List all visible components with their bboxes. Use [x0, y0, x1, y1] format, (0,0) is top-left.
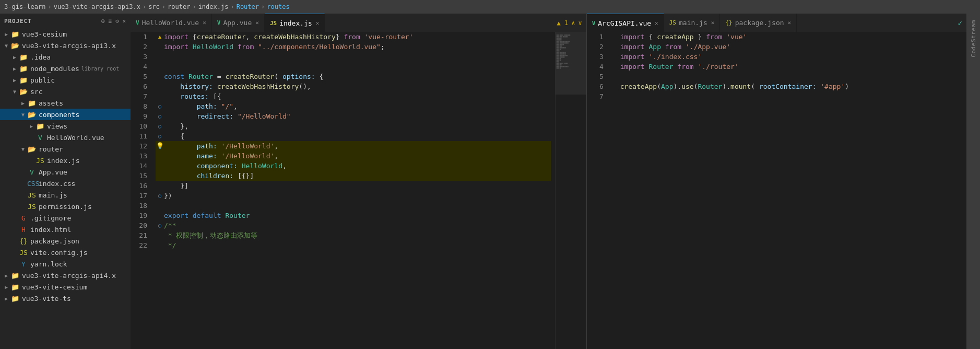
tree-item-label: App.vue: [39, 168, 67, 176]
minimap-content: ████ ██████ ██████████ ████ ████ ███████…: [556, 32, 586, 72]
collapse-icon[interactable]: ⚙: [115, 18, 120, 25]
tab-app-vue[interactable]: V App.vue ✕: [212, 14, 265, 32]
html-file-icon: H: [19, 226, 28, 234]
circle-gutter: ○: [156, 220, 164, 230]
code-line: ▲ import {createRouter, createWebHashHis…: [156, 32, 551, 42]
tab-close-button[interactable]: ✕: [316, 20, 320, 27]
sidebar-item-idea[interactable]: ▶ 📁 .idea: [0, 51, 131, 63]
sidebar-item-main-js[interactable]: ▶ JS main.js: [0, 189, 131, 201]
tab-label: index.js: [279, 19, 312, 27]
code-line: * 权限控制，动态路由添加等: [156, 230, 551, 240]
breadcrumb-item[interactable]: vue3-vite-arcgis-api3.x: [54, 3, 140, 10]
sidebar-item-assets[interactable]: ▶ 📁 assets: [0, 97, 131, 109]
sidebar-item-vue3-vite-arcgis-api3[interactable]: ▼ 📂 vue3-vite-arcgis-api3.x: [0, 40, 131, 51]
folder-icon: 📁: [10, 30, 20, 38]
tab-close-button[interactable]: ✕: [255, 19, 259, 26]
warning-count: ▲ 1: [557, 19, 569, 27]
tree-item-label: vue3-vite-arcgis-api4.x: [22, 272, 116, 280]
arrow-icon: ▶: [2, 273, 10, 278]
folder-icon: 📁: [19, 53, 28, 61]
close-icon[interactable]: ✕: [122, 18, 126, 25]
breadcrumb-sep: ›: [230, 3, 234, 10]
code-line: [612, 72, 962, 82]
sidebar-item-views[interactable]: ▶ 📁 views: [0, 120, 131, 132]
js-tab-icon: JS: [669, 19, 676, 26]
code-line: import HelloWorld from "../components/He…: [156, 42, 551, 52]
vue-tab-icon: V: [217, 19, 221, 26]
sidebar-item-vite-config[interactable]: ▶ JS vite.config.js: [0, 247, 131, 258]
tab-index-js[interactable]: JS index.js ✕: [265, 14, 325, 32]
arrow-icon: ▼: [2, 43, 10, 49]
sidebar-item-package-json[interactable]: ▶ {} package.json: [0, 235, 131, 247]
sidebar-item-public[interactable]: ▶ 📁 public: [0, 74, 131, 86]
folder-icon: 📁: [36, 122, 45, 130]
tab-helloworld-vue[interactable]: V HelloWorld.vue ✕: [131, 14, 212, 32]
right-tab-bar: V ArcGISAPI.vue ✕ JS main.js ✕ {} packag…: [587, 14, 966, 32]
code-content[interactable]: ▲ import {createRouter, createWebHashHis…: [151, 32, 555, 349]
tree-item-label: public: [30, 76, 55, 84]
arrow-icon: ▶: [2, 284, 10, 290]
code-line: history: createWebHashHistory(),: [156, 82, 551, 91]
breadcrumb-sep: ›: [261, 3, 265, 10]
right-code-content[interactable]: import { createApp } from 'vue' import A…: [608, 32, 966, 349]
sidebar-title: Project: [4, 18, 32, 25]
arrow-icon: ▼: [19, 146, 27, 152]
sidebar-item-vue3-vite-ts[interactable]: ▶ 📁 vue3-vite-ts: [0, 293, 131, 304]
sidebar-item-yarn-lock[interactable]: ▶ Y yarn.lock: [0, 258, 131, 270]
sidebar-item-index-html[interactable]: ▶ H index.html: [0, 224, 131, 235]
line-numbers: 12345 678910 1112131415 1617181920 2122: [131, 32, 151, 349]
nav-up-icon[interactable]: ∧: [571, 19, 575, 27]
folder-open-icon: 📂: [27, 111, 37, 119]
tab-close-button[interactable]: ✕: [788, 19, 792, 26]
breadcrumb-item-highlight[interactable]: routes: [267, 3, 289, 10]
breadcrumb-item[interactable]: router: [168, 3, 190, 10]
code-line: createApp(App).use(Router).mount( rootCo…: [612, 82, 962, 91]
nav-down-icon[interactable]: ∨: [578, 19, 582, 27]
sidebar-item-node-modules[interactable]: ▶ 📁 node_modules library root: [0, 63, 131, 74]
right-editor-pane: V ArcGISAPI.vue ✕ JS main.js ✕ {} packag…: [587, 14, 966, 349]
tab-close-button[interactable]: ✕: [203, 19, 206, 26]
sidebar-item-index-css[interactable]: ▶ CSS index.css: [0, 178, 131, 189]
sidebar-item-components[interactable]: ▼ 📂 components: [0, 109, 131, 120]
left-editor-pane: V HelloWorld.vue ✕ V App.vue ✕ JS index.…: [131, 14, 587, 349]
js-file-icon: JS: [27, 191, 37, 199]
sidebar-item-app-vue[interactable]: ▶ V App.vue: [0, 166, 131, 178]
sidebar-item-src[interactable]: ▼ 📂 src: [0, 86, 131, 97]
sidebar-item-router-index-js[interactable]: ▶ JS index.js: [0, 155, 131, 166]
sidebar-header-icons: ⊕ ≡ ⚙ ✕: [101, 18, 126, 25]
sidebar-item-vue3-vite-arcgis-api4[interactable]: ▶ 📁 vue3-vite-arcgis-api4.x: [0, 270, 131, 281]
breadcrumb-item[interactable]: src: [148, 3, 160, 10]
checkmark-icon: ✓: [958, 19, 962, 27]
code-line-highlighted: 💡 path: '/HelloWorld',: [156, 141, 551, 151]
tree-item-label: assets: [39, 99, 63, 107]
sidebar-item-vue3-cesium[interactable]: ▶ 📁 vue3-cesium: [0, 28, 131, 40]
new-folder-icon[interactable]: ≡: [108, 18, 112, 25]
vue-tab-icon: V: [592, 20, 596, 27]
folder-open-icon: 📂: [10, 42, 20, 50]
sidebar-item-permission-js[interactable]: ▶ JS permission.js: [0, 201, 131, 212]
tab-package-json[interactable]: {} package.json ✕: [720, 14, 797, 32]
minimap: ████ ██████ ██████████ ████ ████ ███████…: [555, 32, 586, 349]
sidebar-item-gitignore[interactable]: ▶ G .gitignore: [0, 212, 131, 224]
sidebar-item-vue3-vite-cesium[interactable]: ▶ 📁 vue3-vite-cesium: [0, 281, 131, 293]
breadcrumb-item[interactable]: 3-gis-learn: [4, 3, 45, 10]
yarn-file-icon: Y: [19, 260, 28, 268]
breadcrumb-item-highlight[interactable]: Router: [237, 3, 259, 10]
tree-item-label: vue3-vite-ts: [22, 295, 71, 303]
tree-item-label: index.js: [47, 157, 80, 165]
tab-arcgisapi-vue[interactable]: V ArcGISAPI.vue ✕: [587, 14, 664, 32]
sidebar-item-helloworld-vue[interactable]: ▶ V HelloWorld.vue: [0, 132, 131, 143]
css-file-icon: CSS: [27, 180, 37, 188]
tab-main-js[interactable]: JS main.js ✕: [664, 14, 721, 32]
codestream-panel: CodeStream: [966, 14, 980, 349]
new-file-icon[interactable]: ⊕: [101, 18, 105, 25]
json-file-icon: {}: [19, 237, 28, 245]
tree-item-label: vue3-vite-arcgis-api3.x: [22, 42, 116, 50]
folder-icon: 📁: [10, 272, 20, 280]
breadcrumb-item[interactable]: index.js: [198, 3, 229, 10]
code-line: export default Router: [156, 211, 551, 220]
tab-close-button[interactable]: ✕: [655, 20, 658, 27]
sidebar-item-router[interactable]: ▼ 📂 router: [0, 143, 131, 155]
tab-close-button[interactable]: ✕: [711, 19, 715, 26]
js-file-icon: JS: [19, 249, 28, 257]
